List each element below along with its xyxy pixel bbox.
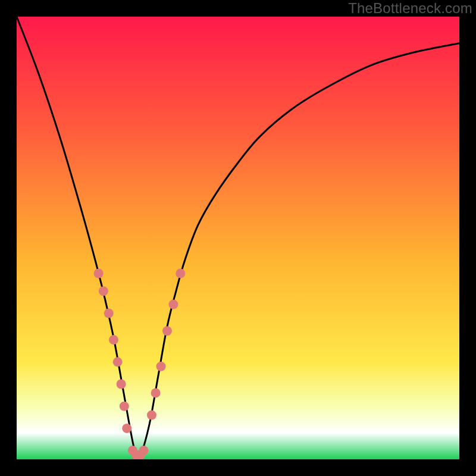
left-arm-dots-dot xyxy=(113,357,123,367)
left-arm-dots-dot xyxy=(104,308,114,318)
left-arm-dots-dot xyxy=(109,335,118,345)
left-arm-dots-dot xyxy=(122,424,131,433)
left-arm-dots-dot xyxy=(99,286,108,296)
valley-dots-dot xyxy=(139,446,149,455)
brand-watermark: TheBottleneck.com xyxy=(348,0,472,17)
bottleneck-curve-path xyxy=(17,17,459,458)
bottleneck-curve-svg xyxy=(17,17,459,459)
right-arm-dots-dot xyxy=(147,411,156,420)
right-arm-dots-dot xyxy=(162,326,172,336)
left-arm-dots-dot xyxy=(94,269,104,278)
right-arm-dots-dot xyxy=(151,388,161,397)
right-arm-dots-dot xyxy=(176,269,185,278)
right-arm-dots-dot xyxy=(156,362,166,371)
chart-stage: TheBottleneck.com xyxy=(0,0,476,476)
right-arm-dots-dot xyxy=(168,300,178,309)
left-arm-dots-dot xyxy=(120,402,129,411)
left-arm-dots-dot xyxy=(117,380,126,389)
gradient-plot-area xyxy=(17,17,459,459)
